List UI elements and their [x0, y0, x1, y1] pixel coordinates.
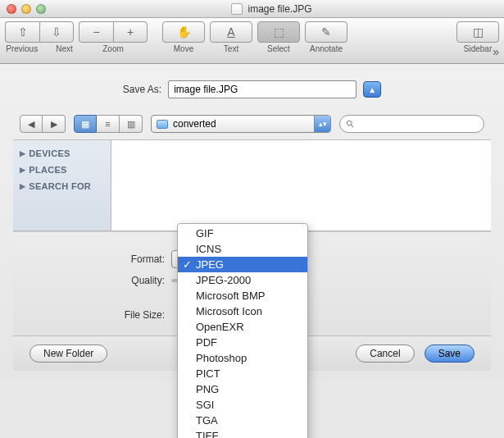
select-label: Select — [267, 44, 290, 53]
format-option-png[interactable]: PNG — [178, 381, 307, 397]
format-option-gif[interactable]: GIF — [178, 226, 307, 241]
annotate-button[interactable]: ✎ — [305, 21, 347, 43]
format-label: Format: — [30, 253, 165, 265]
hand-icon: ✋ — [177, 25, 191, 39]
annotate-icon: ✎ — [321, 25, 331, 39]
sidebar-devices-header[interactable]: ▶DEVICES — [13, 145, 111, 162]
toolbar-overflow-icon[interactable]: » — [493, 45, 499, 58]
zoom-out-button[interactable]: − — [79, 21, 113, 43]
sidebar-label: Sidebar — [464, 44, 492, 53]
select-tool-button[interactable]: ⬚ — [257, 21, 300, 43]
folder-icon — [157, 120, 168, 129]
select-icon: ⬚ — [274, 25, 284, 39]
next-label: Next — [56, 44, 73, 53]
sidebar-places-header[interactable]: ▶PLACES — [13, 162, 111, 178]
history-nav: ◀ ▶ — [20, 115, 66, 133]
arrow-up-icon: ⇧ — [18, 25, 28, 39]
plus-icon: + — [127, 25, 134, 39]
file-listing-pane[interactable] — [111, 140, 491, 230]
filename-input[interactable] — [168, 80, 356, 98]
format-option-openexr[interactable]: OpenEXR — [178, 319, 307, 335]
browser-sidebar: ▶DEVICES ▶PLACES ▶SEARCH FOR — [13, 140, 111, 230]
format-option-tga[interactable]: TGA — [178, 413, 307, 428]
move-label: Move — [174, 44, 193, 53]
format-option-icns[interactable]: ICNS — [178, 241, 307, 257]
collapse-disclosure-button[interactable]: ▲ — [363, 81, 381, 98]
minimize-window-button[interactable] — [21, 4, 31, 14]
icon-view-button[interactable]: ▦ — [74, 115, 97, 133]
previous-button[interactable]: ⇧ — [5, 21, 39, 43]
sidebar-toggle-button[interactable]: ◫ — [456, 21, 499, 43]
disclosure-triangle-icon: ▶ — [20, 149, 25, 157]
window-controls — [7, 4, 46, 14]
cancel-button[interactable]: Cancel — [356, 344, 414, 363]
location-name: converted — [173, 118, 216, 130]
format-option-jpeg-2000[interactable]: JPEG-2000 — [178, 272, 307, 288]
next-button[interactable]: ⇩ — [39, 21, 74, 43]
titlebar: image file.JPG — [0, 0, 504, 18]
new-folder-button[interactable]: New Folder — [30, 344, 107, 363]
file-size-label: File Size: — [30, 309, 165, 321]
quality-label: Quality: — [30, 275, 165, 286]
popup-arrows-icon: ▴▾ — [314, 116, 330, 132]
format-option-jpeg[interactable]: JPEG — [178, 257, 307, 272]
format-option-pict[interactable]: PICT — [178, 366, 307, 381]
window-title: image file.JPG — [247, 3, 311, 15]
text-label: Text — [224, 44, 238, 53]
format-option-photoshop[interactable]: Photoshop — [178, 350, 307, 366]
previous-label: Previous — [6, 44, 38, 53]
search-field[interactable]: ⚲ — [339, 115, 484, 133]
disclosure-triangle-icon: ▶ — [20, 166, 25, 174]
format-dropdown-menu: GIFICNSJPEGJPEG-2000Microsoft BMPMicroso… — [177, 223, 308, 438]
browser-nav-row: ◀ ▶ ▦ ≡ ▥ converted ▴▾ ⚲ — [13, 112, 491, 139]
format-option-microsoft-bmp[interactable]: Microsoft BMP — [178, 288, 307, 303]
list-view-button[interactable]: ≡ — [97, 115, 120, 133]
sidebar-icon: ◫ — [473, 25, 484, 39]
search-icon: ⚲ — [343, 117, 356, 130]
zoom-window-button[interactable] — [36, 4, 46, 14]
format-option-tiff[interactable]: TIFF — [178, 428, 307, 438]
format-option-sgi[interactable]: SGI — [178, 397, 307, 413]
zoom-in-button[interactable]: + — [113, 21, 148, 43]
minus-icon: − — [93, 25, 99, 39]
save-button[interactable]: Save — [425, 344, 474, 363]
disclosure-triangle-icon: ▶ — [20, 182, 25, 190]
sidebar-search-header[interactable]: ▶SEARCH FOR — [13, 178, 111, 194]
back-button[interactable]: ◀ — [20, 115, 43, 133]
move-tool-button[interactable]: ✋ — [162, 21, 205, 43]
text-icon: A — [227, 25, 234, 39]
forward-button[interactable]: ▶ — [43, 115, 66, 133]
main-toolbar: ⇧ ⇩ Previous Next − + Zoom ✋ Move A Text… — [0, 18, 504, 64]
text-tool-button[interactable]: A — [210, 21, 252, 43]
file-browser: ▶DEVICES ▶PLACES ▶SEARCH FOR — [13, 139, 491, 231]
arrow-down-icon: ⇩ — [52, 25, 61, 39]
zoom-label: Zoom — [102, 44, 124, 53]
close-window-button[interactable] — [7, 4, 16, 14]
annotate-label: Annotate — [310, 44, 343, 53]
document-icon — [231, 3, 243, 15]
window-title-area: image file.JPG — [46, 3, 497, 15]
format-option-microsoft-icon[interactable]: Microsoft Icon — [178, 303, 307, 319]
view-mode-switcher: ▦ ≡ ▥ — [74, 115, 143, 133]
column-view-button[interactable]: ▥ — [120, 115, 143, 133]
save-as-label: Save As: — [123, 84, 161, 95]
location-popup[interactable]: converted ▴▾ — [151, 115, 331, 133]
format-option-pdf[interactable]: PDF — [178, 335, 307, 350]
